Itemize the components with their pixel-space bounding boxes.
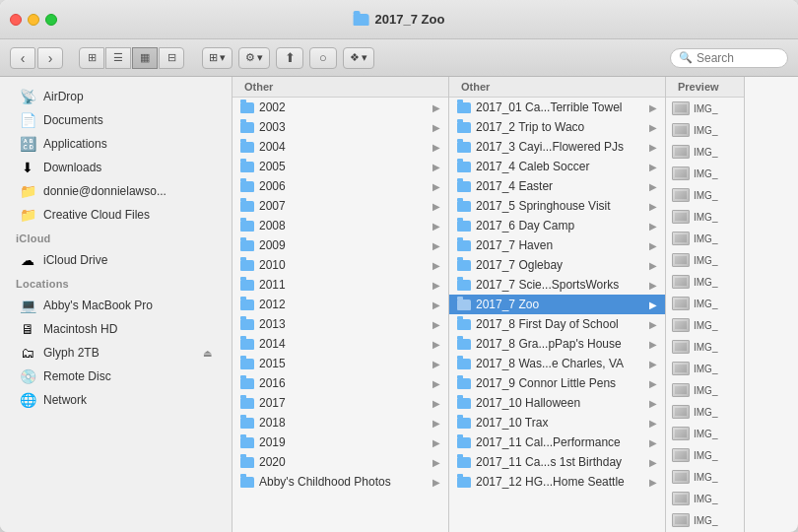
preview-thumbnail (672, 427, 690, 440)
forward-button[interactable]: › (37, 47, 63, 69)
list-item[interactable]: 2008 ▶ (233, 216, 448, 235)
list-item[interactable]: IMG_ (666, 401, 744, 423)
list-item[interactable]: 2016 ▶ (233, 373, 448, 393)
list-item[interactable]: 2004 ▶ (233, 137, 448, 157)
list-item[interactable]: IMG_ (666, 228, 744, 249)
sidebar-item-creative-cloud[interactable]: 📁 Creative Cloud Files (4, 203, 228, 227)
dropbox-dropdown[interactable]: ❖ ▾ (343, 47, 374, 69)
list-item[interactable]: IMG_ (666, 466, 744, 488)
list-item[interactable]: 2018 ▶ (233, 413, 448, 432)
list-item[interactable]: 2011 ▶ (233, 275, 448, 295)
sidebar-item-applications[interactable]: 🔠 Applications (4, 132, 228, 156)
list-item[interactable]: 2017_7 Haven ▶ (449, 235, 665, 255)
list-item[interactable]: 2017_6 Day Camp ▶ (449, 216, 665, 235)
preview-thumbnail (672, 145, 690, 159)
list-item[interactable]: 2017_11 Cal...Performance ▶ (449, 432, 665, 452)
list-item[interactable]: 2017_11 Ca...s 1st Birthday ▶ (449, 452, 665, 472)
list-item[interactable]: IMG_ (666, 206, 744, 228)
sidebar-item-glyph-2tb[interactable]: 🗂 Glyph 2TB ⏏ (4, 341, 228, 365)
sidebar: 📡 AirDrop 📄 Documents 🔠 Applications ⬇ D… (0, 77, 233, 532)
sidebar-item-macintosh-hd[interactable]: 🖥 Macintosh HD (4, 317, 228, 341)
sidebar-item-donnie[interactable]: 📁 donnie@donnielawso... (4, 179, 228, 203)
list-item[interactable]: 2017_01 Ca...Terrible Towel ▶ (449, 98, 665, 117)
back-button[interactable]: ‹ (10, 47, 35, 69)
list-item[interactable]: 2017_8 First Day of School ▶ (449, 314, 665, 334)
list-item[interactable]: 2019 ▶ (233, 432, 448, 452)
view-list-button[interactable]: ☰ (105, 47, 131, 69)
list-item[interactable]: 2017_10 Trax ▶ (449, 413, 665, 432)
list-item[interactable]: IMG_ (666, 98, 744, 119)
list-item[interactable]: 2017_7 Oglebay ▶ (449, 255, 665, 275)
arrange-dropdown[interactable]: ⊞ ▾ (202, 47, 233, 69)
list-item[interactable]: 2012 ▶ (233, 295, 448, 314)
list-item[interactable]: IMG_ (666, 249, 744, 271)
sidebar-item-airdrop[interactable]: 📡 AirDrop (4, 85, 228, 108)
folder-icon (457, 418, 471, 429)
list-item[interactable]: IMG_ (666, 184, 744, 206)
list-item[interactable]: IMG_ (666, 509, 744, 531)
list-item[interactable]: 2017_4 Caleb Soccer ▶ (449, 157, 665, 176)
list-item[interactable]: 2015 ▶ (233, 354, 448, 373)
list-item[interactable]: 2006 ▶ (233, 176, 448, 196)
preview-label: IMG_ (694, 299, 717, 309)
toolbar: ‹ › ⊞ ☰ ▦ ⊟ ⊞ ▾ ⚙ ▾ ⬆ ○ ❖ ▾ 🔍 (0, 39, 798, 77)
list-item[interactable]: 2007 ▶ (233, 196, 448, 216)
list-item[interactable]: IMG_ (666, 444, 744, 466)
list-item[interactable]: IMG_ (666, 423, 744, 444)
list-item[interactable]: 2017_4 Easter ▶ (449, 176, 665, 196)
tag-button[interactable]: ○ (309, 47, 337, 69)
maximize-button[interactable] (45, 14, 57, 26)
view-icon-button[interactable]: ⊞ (79, 47, 104, 69)
list-item[interactable]: 2017_5 Springhouse Visit ▶ (449, 196, 665, 216)
list-item[interactable]: IMG_ (666, 141, 744, 163)
list-item[interactable]: 2020 ▶ (233, 452, 448, 472)
list-item[interactable]: 2010 ▶ (233, 255, 448, 275)
list-item[interactable]: 2017_12 HG...Home Seattle ▶ (449, 472, 665, 492)
share-button[interactable]: ⬆ (276, 47, 303, 69)
preview-thumbnail (672, 275, 690, 289)
list-item[interactable]: IMG_ (666, 488, 744, 509)
list-item[interactable]: IMG_ (666, 336, 744, 358)
list-item[interactable]: 2017_9 Connor Little Pens ▶ (449, 373, 665, 393)
sidebar-item-downloads[interactable]: ⬇ Downloads (4, 156, 228, 179)
list-item[interactable]: 2017_7 Scie...SportsWorks ▶ (449, 275, 665, 295)
list-item[interactable]: IMG_ (666, 293, 744, 314)
list-item[interactable]: IMG_ (666, 358, 744, 379)
list-item[interactable]: Abby's Childhood Photos ▶ (233, 472, 448, 492)
list-item[interactable]: 2003 ▶ (233, 117, 448, 137)
sidebar-item-network[interactable]: 🌐 Network (4, 388, 228, 412)
list-item[interactable]: 2017 ▶ (233, 393, 448, 413)
list-item[interactable]: IMG_ (666, 119, 744, 141)
list-item-selected[interactable]: 2017_7 Zoo ▶ (449, 295, 665, 314)
minimize-button[interactable] (28, 14, 39, 26)
search-input[interactable] (697, 51, 775, 65)
sidebar-item-documents[interactable]: 📄 Documents (4, 108, 228, 132)
list-item[interactable]: 2013 ▶ (233, 314, 448, 334)
list-item[interactable]: 2017_8 Gra...pPap's House ▶ (449, 334, 665, 354)
list-item[interactable]: 2005 ▶ (233, 157, 448, 176)
action-dropdown[interactable]: ⚙ ▾ (238, 47, 270, 69)
list-item[interactable]: 2009 ▶ (233, 235, 448, 255)
list-item[interactable]: IMG_ (666, 163, 744, 184)
list-item[interactable]: 2014 ▶ (233, 334, 448, 354)
list-item[interactable]: IMG_ (666, 314, 744, 336)
list-item[interactable]: 2002 ▶ (233, 98, 448, 117)
search-box[interactable]: 🔍 (670, 48, 788, 68)
list-item[interactable]: 2017_8 Was...e Charles, VA ▶ (449, 354, 665, 373)
list-item[interactable]: 2017_3 Cayi...Flowered PJs ▶ (449, 137, 665, 157)
view-buttons: ⊞ ☰ ▦ ⊟ (79, 47, 184, 69)
sidebar-item-remote-disc[interactable]: 💿 Remote Disc (4, 365, 228, 388)
preview-label: IMG_ (694, 277, 717, 288)
close-button[interactable] (10, 14, 22, 26)
list-item[interactable]: IMG_ (666, 379, 744, 401)
list-item[interactable]: IMG_ (666, 271, 744, 293)
folder-icon (240, 477, 254, 488)
preview-label: IMG_ (694, 255, 717, 266)
view-cover-button[interactable]: ⊟ (159, 47, 184, 69)
eject-icon[interactable]: ⏏ (203, 348, 212, 359)
list-item[interactable]: 2017_2 Trip to Waco ▶ (449, 117, 665, 137)
sidebar-item-icloud-drive[interactable]: ☁ iCloud Drive (4, 248, 228, 272)
list-item[interactable]: 2017_10 Halloween ▶ (449, 393, 665, 413)
view-column-button[interactable]: ▦ (132, 47, 158, 69)
sidebar-item-macbook-pro[interactable]: 💻 Abby's MacBook Pro (4, 294, 228, 317)
